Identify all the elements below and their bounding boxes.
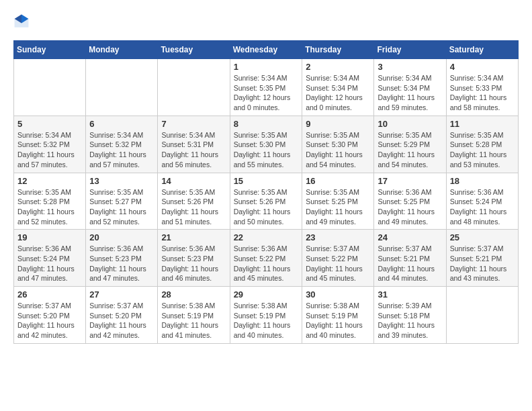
day-header-wednesday: Wednesday	[230, 41, 302, 59]
day-number: 24	[378, 232, 442, 242]
page-container: SundayMondayTuesdayWednesdayThursdayFrid…	[0, 0, 532, 351]
day-number: 17	[378, 176, 442, 186]
day-info: Sunrise: 5:34 AMSunset: 5:32 PMDaylight:…	[89, 130, 154, 170]
day-number: 16	[306, 176, 370, 186]
calendar-cell: 27Sunrise: 5:37 AMSunset: 5:20 PMDayligh…	[86, 287, 158, 344]
calendar-cell: 6Sunrise: 5:34 AMSunset: 5:32 PMDaylight…	[86, 116, 158, 173]
calendar-week-3: 12Sunrise: 5:35 AMSunset: 5:28 PMDayligh…	[14, 173, 519, 230]
day-info: Sunrise: 5:39 AMSunset: 5:18 PMDaylight:…	[378, 301, 442, 340]
day-info: Sunrise: 5:35 AMSunset: 5:28 PMDaylight:…	[450, 130, 515, 170]
calendar-week-1: 1Sunrise: 5:34 AMSunset: 5:35 PMDaylight…	[14, 59, 519, 116]
calendar-header: SundayMondayTuesdayWednesdayThursdayFrid…	[14, 41, 519, 59]
day-header-thursday: Thursday	[302, 41, 374, 59]
calendar-cell	[446, 287, 518, 344]
day-info: Sunrise: 5:37 AMSunset: 5:21 PMDaylight:…	[378, 244, 442, 283]
calendar-cell: 19Sunrise: 5:36 AMSunset: 5:24 PMDayligh…	[14, 230, 86, 287]
day-number: 2	[306, 62, 370, 72]
day-number: 30	[306, 289, 370, 300]
calendar-cell: 26Sunrise: 5:37 AMSunset: 5:20 PMDayligh…	[14, 287, 86, 344]
day-info: Sunrise: 5:35 AMSunset: 5:25 PMDaylight:…	[306, 187, 370, 227]
calendar-cell: 20Sunrise: 5:36 AMSunset: 5:23 PMDayligh…	[86, 230, 158, 287]
calendar-body: 1Sunrise: 5:34 AMSunset: 5:35 PMDaylight…	[14, 59, 519, 344]
day-info: Sunrise: 5:36 AMSunset: 5:24 PMDaylight:…	[17, 244, 82, 283]
day-info: Sunrise: 5:37 AMSunset: 5:21 PMDaylight:…	[450, 244, 515, 283]
calendar-cell	[158, 59, 230, 116]
day-info: Sunrise: 5:38 AMSunset: 5:19 PMDaylight:…	[161, 301, 226, 340]
day-number: 12	[17, 176, 82, 186]
day-number: 28	[161, 289, 226, 300]
calendar-cell: 21Sunrise: 5:36 AMSunset: 5:23 PMDayligh…	[158, 230, 230, 287]
day-number: 15	[234, 176, 299, 186]
day-number: 29	[234, 289, 299, 300]
day-info: Sunrise: 5:35 AMSunset: 5:27 PMDaylight:…	[89, 187, 154, 227]
day-info: Sunrise: 5:37 AMSunset: 5:20 PMDaylight:…	[17, 301, 82, 340]
calendar-cell: 4Sunrise: 5:34 AMSunset: 5:33 PMDaylight…	[446, 59, 518, 116]
logo-icon	[13, 13, 30, 30]
day-info: Sunrise: 5:34 AMSunset: 5:35 PMDaylight:…	[234, 73, 299, 113]
day-number: 27	[89, 289, 154, 300]
day-info: Sunrise: 5:35 AMSunset: 5:26 PMDaylight:…	[161, 187, 226, 227]
day-info: Sunrise: 5:34 AMSunset: 5:34 PMDaylight:…	[378, 73, 442, 113]
day-info: Sunrise: 5:38 AMSunset: 5:19 PMDaylight:…	[306, 301, 370, 340]
day-info: Sunrise: 5:35 AMSunset: 5:29 PMDaylight:…	[378, 130, 442, 170]
day-info: Sunrise: 5:37 AMSunset: 5:22 PMDaylight:…	[306, 244, 370, 283]
day-header-sunday: Sunday	[14, 41, 86, 59]
day-number: 23	[306, 232, 370, 242]
days-header-row: SundayMondayTuesdayWednesdayThursdayFrid…	[14, 41, 519, 59]
day-header-tuesday: Tuesday	[158, 41, 230, 59]
day-header-monday: Monday	[86, 41, 158, 59]
calendar-week-2: 5Sunrise: 5:34 AMSunset: 5:32 PMDaylight…	[14, 116, 519, 173]
logo	[13, 13, 32, 30]
calendar-cell: 1Sunrise: 5:34 AMSunset: 5:35 PMDaylight…	[230, 59, 302, 116]
calendar-cell: 24Sunrise: 5:37 AMSunset: 5:21 PMDayligh…	[374, 230, 446, 287]
calendar-cell: 16Sunrise: 5:35 AMSunset: 5:25 PMDayligh…	[302, 173, 374, 230]
day-number: 26	[17, 289, 82, 300]
day-header-saturday: Saturday	[446, 41, 518, 59]
day-info: Sunrise: 5:34 AMSunset: 5:31 PMDaylight:…	[161, 130, 226, 170]
calendar-cell: 10Sunrise: 5:35 AMSunset: 5:29 PMDayligh…	[374, 116, 446, 173]
day-number: 4	[450, 62, 515, 72]
calendar-week-4: 19Sunrise: 5:36 AMSunset: 5:24 PMDayligh…	[14, 230, 519, 287]
day-info: Sunrise: 5:35 AMSunset: 5:26 PMDaylight:…	[234, 187, 299, 227]
day-info: Sunrise: 5:36 AMSunset: 5:25 PMDaylight:…	[378, 187, 442, 227]
day-number: 11	[450, 119, 515, 129]
calendar-cell: 23Sunrise: 5:37 AMSunset: 5:22 PMDayligh…	[302, 230, 374, 287]
day-info: Sunrise: 5:36 AMSunset: 5:24 PMDaylight:…	[450, 187, 515, 227]
calendar-cell: 11Sunrise: 5:35 AMSunset: 5:28 PMDayligh…	[446, 116, 518, 173]
day-header-friday: Friday	[374, 41, 446, 59]
calendar-cell: 3Sunrise: 5:34 AMSunset: 5:34 PMDaylight…	[374, 59, 446, 116]
calendar-cell: 8Sunrise: 5:35 AMSunset: 5:30 PMDaylight…	[230, 116, 302, 173]
day-number: 7	[161, 119, 226, 129]
day-number: 10	[378, 119, 442, 129]
calendar-cell	[86, 59, 158, 116]
day-number: 31	[378, 289, 442, 300]
calendar-cell: 13Sunrise: 5:35 AMSunset: 5:27 PMDayligh…	[86, 173, 158, 230]
calendar-cell: 22Sunrise: 5:36 AMSunset: 5:22 PMDayligh…	[230, 230, 302, 287]
day-number: 8	[234, 119, 299, 129]
calendar-cell: 5Sunrise: 5:34 AMSunset: 5:32 PMDaylight…	[14, 116, 86, 173]
day-number: 1	[234, 62, 299, 72]
calendar-cell: 2Sunrise: 5:34 AMSunset: 5:34 PMDaylight…	[302, 59, 374, 116]
calendar-cell: 18Sunrise: 5:36 AMSunset: 5:24 PMDayligh…	[446, 173, 518, 230]
day-number: 6	[89, 119, 154, 129]
calendar-cell: 25Sunrise: 5:37 AMSunset: 5:21 PMDayligh…	[446, 230, 518, 287]
day-number: 13	[89, 176, 154, 186]
day-number: 19	[17, 232, 82, 242]
day-info: Sunrise: 5:35 AMSunset: 5:30 PMDaylight:…	[234, 130, 299, 170]
header	[13, 13, 519, 30]
calendar-cell: 17Sunrise: 5:36 AMSunset: 5:25 PMDayligh…	[374, 173, 446, 230]
day-info: Sunrise: 5:35 AMSunset: 5:28 PMDaylight:…	[17, 187, 82, 227]
day-info: Sunrise: 5:38 AMSunset: 5:19 PMDaylight:…	[234, 301, 299, 340]
calendar-cell: 28Sunrise: 5:38 AMSunset: 5:19 PMDayligh…	[158, 287, 230, 344]
day-info: Sunrise: 5:35 AMSunset: 5:30 PMDaylight:…	[306, 130, 370, 170]
day-number: 25	[450, 232, 515, 242]
day-number: 5	[17, 119, 82, 129]
day-info: Sunrise: 5:36 AMSunset: 5:22 PMDaylight:…	[234, 244, 299, 283]
calendar-cell: 12Sunrise: 5:35 AMSunset: 5:28 PMDayligh…	[14, 173, 86, 230]
calendar-cell: 30Sunrise: 5:38 AMSunset: 5:19 PMDayligh…	[302, 287, 374, 344]
calendar-cell	[14, 59, 86, 116]
day-info: Sunrise: 5:34 AMSunset: 5:33 PMDaylight:…	[450, 73, 515, 113]
calendar-week-5: 26Sunrise: 5:37 AMSunset: 5:20 PMDayligh…	[14, 287, 519, 344]
calendar-cell: 14Sunrise: 5:35 AMSunset: 5:26 PMDayligh…	[158, 173, 230, 230]
day-number: 3	[378, 62, 442, 72]
